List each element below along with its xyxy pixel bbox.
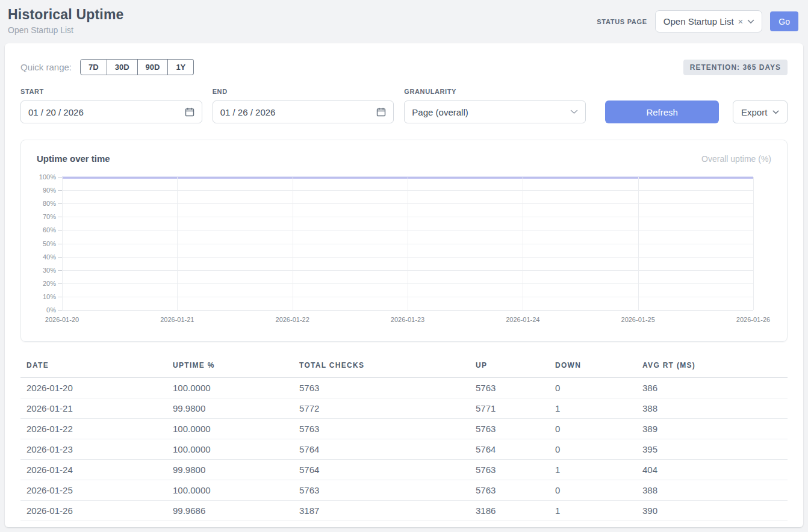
table-cell: 395 <box>636 439 788 460</box>
chart-title: Uptime over time <box>37 153 110 164</box>
chart-legend: Overall uptime (%) <box>701 154 771 164</box>
y-tick-label: 70% <box>43 213 56 220</box>
start-date-input[interactable]: 01 / 20 / 2026 <box>20 101 202 123</box>
table-cell: 3187 <box>293 501 470 521</box>
quick-range-30d[interactable]: 30D <box>107 59 138 75</box>
header-controls: STATUS PAGE Open Startup List × Go <box>597 10 798 32</box>
y-tick-label: 90% <box>43 187 56 194</box>
horizontal-gridline <box>62 310 753 311</box>
column-header: AVG RT (MS) <box>636 356 788 378</box>
chevron-down-icon <box>570 110 578 114</box>
page-header: Historical Uptime Open Startup List STAT… <box>0 0 808 43</box>
start-date-label: START <box>20 88 202 95</box>
table-cell: 5771 <box>470 398 549 419</box>
x-tick-label: 2026-01-21 <box>160 316 194 323</box>
table-cell: 0 <box>549 419 636 439</box>
uptime-table: DATEUPTIME %TOTAL CHECKSUPDOWNAVG RT (MS… <box>20 356 788 521</box>
table-row: 2026-01-2199.9800577257711388 <box>20 398 788 419</box>
x-tick-label: 2026-01-22 <box>276 316 309 323</box>
status-page-value: Open Startup List <box>663 16 734 26</box>
status-page-select[interactable]: Open Startup List × <box>655 10 763 32</box>
table-cell: 2026-01-20 <box>20 378 167 398</box>
end-date-value: 01 / 26 / 2026 <box>220 107 276 117</box>
start-date-value: 01 / 20 / 2026 <box>28 107 84 117</box>
chevron-down-icon <box>747 19 754 24</box>
chart-body: 100%90%80%70%60%50%40%30%20%10%0% <box>37 177 771 310</box>
table-cell: 100.0000 <box>167 419 293 439</box>
column-header: TOTAL CHECKS <box>293 356 470 378</box>
vertical-gridline <box>638 177 639 310</box>
calendar-icon[interactable] <box>185 107 194 117</box>
table-cell: 0 <box>549 480 636 501</box>
end-date-input[interactable]: 01 / 26 / 2026 <box>213 101 394 123</box>
export-button[interactable]: Export <box>733 101 788 123</box>
table-header: DATEUPTIME %TOTAL CHECKSUPDOWNAVG RT (MS… <box>20 356 788 378</box>
column-header: DATE <box>20 356 167 378</box>
y-tick-label: 100% <box>39 173 56 181</box>
y-axis-tick <box>58 190 62 191</box>
granularity-value: Page (overall) <box>412 107 468 117</box>
end-date-field: END 01 / 26 / 2026 <box>213 88 394 123</box>
table-cell: 5764 <box>293 460 470 480</box>
table-cell: 0 <box>549 439 636 460</box>
page-title: Historical Uptime <box>8 7 124 23</box>
table-cell: 2026-01-24 <box>20 460 167 480</box>
table-cell: 5763 <box>470 460 549 480</box>
retention-badge: RETENTION: 365 DAYS <box>683 60 788 75</box>
quick-range-90d[interactable]: 90D <box>138 59 169 75</box>
quick-range-row: Quick range: 7D 30D 90D 1Y RETENTION: 36… <box>20 59 788 75</box>
vertical-gridline <box>177 177 178 310</box>
table-cell: 100.0000 <box>167 439 293 460</box>
table-cell: 3186 <box>470 501 549 521</box>
quick-range-7d[interactable]: 7D <box>80 59 107 75</box>
quick-range-1y[interactable]: 1Y <box>168 59 194 75</box>
chevron-down-icon <box>772 110 779 114</box>
filter-form: START 01 / 20 / 2026 END 01 / 26 / 2026 … <box>20 88 788 123</box>
granularity-select[interactable]: Page (overall) <box>404 101 586 123</box>
table-cell: 2026-01-22 <box>20 419 167 439</box>
table-cell: 5764 <box>293 439 470 460</box>
column-header: UPTIME % <box>167 356 293 378</box>
table-row: 2026-01-25100.0000576357630388 <box>20 480 788 501</box>
table-cell: 5763 <box>293 419 470 439</box>
chart-card: Uptime over time Overall uptime (%) 100%… <box>20 140 788 342</box>
vertical-gridline <box>523 177 523 310</box>
x-tick-label: 2026-01-20 <box>45 316 79 323</box>
table-cell: 100.0000 <box>167 378 293 398</box>
table-cell: 5764 <box>470 439 549 460</box>
y-tick-label: 40% <box>43 253 56 261</box>
y-tick-label: 0% <box>46 306 56 314</box>
table-cell: 99.9800 <box>167 460 293 480</box>
y-axis-tick <box>58 203 62 204</box>
table-cell: 0 <box>549 378 636 398</box>
vertical-gridline <box>293 177 293 310</box>
y-tick-label: 50% <box>43 240 56 247</box>
x-tick-label: 2026-01-23 <box>391 316 424 323</box>
vertical-gridline <box>408 177 408 310</box>
y-axis-tick <box>58 297 62 297</box>
go-button[interactable]: Go <box>770 11 798 31</box>
table-cell: 1 <box>549 501 636 521</box>
page-subtitle: Open Startup List <box>8 25 124 35</box>
refresh-button[interactable]: Refresh <box>605 101 719 123</box>
table-cell: 386 <box>636 378 788 398</box>
table-cell: 390 <box>636 501 788 521</box>
title-block: Historical Uptime Open Startup List <box>8 7 124 35</box>
table-row: 2026-01-2499.9800576457631404 <box>20 460 788 480</box>
table-row: 2026-01-20100.0000576357630386 <box>20 378 788 398</box>
y-axis-tick <box>58 230 62 230</box>
y-axis-tick <box>58 270 62 271</box>
table-cell: 99.9800 <box>167 398 293 419</box>
table-cell: 389 <box>636 419 788 439</box>
clear-selection-icon[interactable]: × <box>738 17 744 26</box>
table-cell: 5763 <box>293 480 470 501</box>
quick-range-label: Quick range: <box>20 62 72 72</box>
y-axis-tick <box>58 283 62 284</box>
column-header: UP <box>470 356 549 378</box>
y-axis-tick <box>58 177 62 178</box>
y-axis-tick <box>58 257 62 258</box>
calendar-icon[interactable] <box>376 107 386 117</box>
table-cell: 1 <box>549 460 636 480</box>
y-axis-tick <box>58 310 62 311</box>
end-date-label: END <box>213 88 394 95</box>
